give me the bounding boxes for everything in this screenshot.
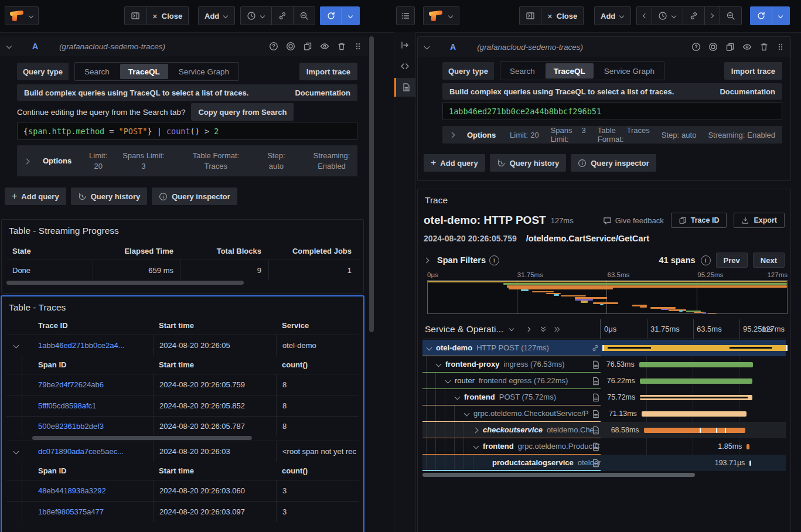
time-shift-forward-button[interactable] [704, 7, 720, 25]
share-link-button-right[interactable] [683, 7, 704, 25]
span-row[interactable]: 1b8ef9805375a477 2024-08-20 20:26:03.097… [6, 501, 359, 522]
span-row-frontend-product[interactable]: frontend grpc.oteldemo.ProductC 1.85ms [422, 438, 786, 455]
span-row[interactable]: 5fff05cd8598afc1 2024-08-20 20:26:05.852… [6, 395, 359, 416]
datasource-button-right[interactable] [424, 7, 459, 25]
drag-handle-icon[interactable] [776, 42, 785, 52]
service-operation-header[interactable]: Service & Operati... [422, 319, 601, 339]
refresh-interval-button-left[interactable] [342, 7, 359, 25]
double-chevron-right-icon[interactable] [553, 325, 561, 333]
chevron-down-icon[interactable] [435, 361, 442, 368]
outline-query-button[interactable] [394, 57, 415, 76]
query-row-header[interactable]: A (grafanacloud-sedemo-traces) [0, 36, 368, 56]
trace-id-button[interactable]: Trace ID [671, 213, 727, 228]
next-button[interactable]: Next [753, 253, 785, 268]
drag-handle-icon[interactable] [354, 42, 362, 51]
column-header[interactable]: State [6, 242, 93, 260]
chevron-down-icon[interactable] [426, 345, 433, 352]
query-inspector-button[interactable]: Query inspector [152, 187, 237, 205]
documentation-link[interactable]: Documentation [295, 88, 350, 97]
span-row-router[interactable]: router frontend egress (76.22ms) 76.22ms [422, 373, 786, 389]
export-button[interactable]: Export [734, 213, 785, 228]
horizontal-scrollbar[interactable] [32, 435, 359, 441]
span-filters-label[interactable]: Span Filters [437, 255, 486, 265]
move-pane-button-left[interactable] [125, 7, 146, 25]
logs-icon[interactable] [592, 393, 599, 402]
help-icon[interactable] [269, 42, 278, 51]
time-shift-back-button[interactable] [637, 7, 652, 25]
logs-icon[interactable] [592, 377, 599, 386]
column-header[interactable]: Start time [153, 356, 276, 374]
chevron-down-icon[interactable] [13, 342, 20, 349]
chevron-down-icon[interactable] [454, 394, 461, 401]
give-feedback-link[interactable]: Give feedback [603, 216, 664, 225]
chevron-down-icon[interactable] [445, 377, 452, 384]
column-header[interactable]: Span ID [32, 462, 153, 480]
span-row-checkout-client[interactable]: grpc.oteldemo.CheckoutService/P 71.13ms [422, 405, 786, 422]
add-button-right[interactable]: Add [595, 7, 630, 25]
content-outline-button[interactable] [397, 7, 414, 25]
span-bar[interactable] [602, 345, 788, 351]
span-id-link[interactable]: 500e82361bb2def3 [32, 417, 153, 435]
span-id-link[interactable]: 5fff05cd8598afc1 [32, 395, 153, 416]
trace-id-query-code[interactable]: 1abb46ed271bb0ce2a44b8bbcf296b51 [442, 102, 782, 120]
column-header[interactable]: count() [276, 356, 359, 374]
collapse-chevron-icon[interactable] [424, 43, 431, 50]
add-query-button[interactable]: +Add query [424, 154, 485, 172]
refresh-interval-button-right[interactable] [772, 7, 789, 25]
move-pane-button-right[interactable] [520, 7, 541, 25]
chevron-down-icon[interactable] [463, 410, 471, 417]
logs-icon[interactable] [592, 459, 599, 468]
column-header[interactable]: Span ID [32, 356, 153, 374]
column-header[interactable]: count() [276, 462, 359, 480]
tab-traceql[interactable]: TraceQL [546, 63, 594, 79]
span-row-frontend-proxy[interactable]: frontend-proxy ingress (76.53ms) 76.53ms [422, 356, 786, 373]
zoom-out-button-left[interactable] [293, 7, 315, 25]
trace-id-link[interactable]: 1abb46ed271bb0ce2a4... [32, 335, 153, 356]
trash-icon[interactable] [759, 42, 769, 52]
copy-query-icon[interactable] [303, 42, 312, 51]
disable-query-icon[interactable] [708, 42, 718, 52]
share-link-button-left[interactable] [271, 7, 293, 25]
link-icon[interactable] [591, 344, 599, 352]
column-header[interactable]: Start time [153, 316, 276, 335]
double-chevron-down-icon[interactable] [539, 325, 547, 333]
span-row[interactable]: 79be2d4f72624ab6 2024-08-20 20:26:05.759… [6, 374, 359, 395]
span-bar[interactable]: 1.85ms [747, 444, 749, 449]
copy-query-icon[interactable] [725, 42, 735, 52]
span-row[interactable]: 500e82361bb2def3 2024-08-20 20:26:05.787… [6, 416, 359, 435]
logs-icon[interactable] [592, 426, 599, 435]
column-header[interactable]: Completed Jobs [268, 242, 359, 260]
span-row[interactable]: 48eb4418938a3292 2024-08-20 20:26:03.060… [6, 480, 359, 501]
trace-id-link[interactable]: dc071890ada7cee5aec... [32, 441, 153, 462]
tab-search[interactable]: Search [500, 62, 544, 80]
query-inspector-button[interactable]: Query inspector [571, 154, 656, 172]
add-query-button[interactable]: +Add query [5, 187, 66, 205]
tab-search[interactable]: Search [75, 63, 119, 80]
query-history-button[interactable]: Query history [490, 154, 567, 172]
span-row-frontend[interactable]: frontend POST (75.72ms) 75.72ms [422, 389, 786, 405]
span-row-otel-demo[interactable]: otel-demo HTTP POST (127ms) [422, 340, 786, 356]
span-bar[interactable]: 71.13ms [642, 411, 747, 417]
import-trace-button[interactable]: Import trace [724, 62, 782, 80]
help-icon[interactable] [691, 42, 701, 52]
query-row-header[interactable]: A (grafanacloud-sedemo-traces) [418, 37, 790, 57]
chevron-down-icon[interactable] [473, 443, 480, 450]
datasource-button-left[interactable] [5, 7, 39, 25]
span-bar[interactable]: 75.72ms [640, 395, 752, 400]
logs-icon[interactable] [592, 410, 599, 418]
span-row-checkoutservice[interactable]: checkoutservice oteldemo.Che 68.58ms [422, 422, 786, 438]
close-pane-button-right[interactable]: × Close [541, 7, 583, 25]
refresh-button-right[interactable] [751, 7, 772, 25]
horizontal-scrollbar[interactable] [422, 473, 786, 477]
tab-service-graph[interactable]: Service Graph [595, 62, 664, 80]
outline-trace-button[interactable] [394, 78, 415, 97]
chevron-down-icon[interactable] [13, 448, 20, 455]
expand-outline-button[interactable] [394, 36, 415, 54]
horizontal-scrollbar[interactable] [6, 280, 359, 285]
span-bar[interactable]: 76.22ms [640, 378, 753, 384]
chevron-right-icon[interactable] [473, 427, 480, 434]
disable-query-icon[interactable] [286, 42, 295, 51]
query-options-bar-left[interactable]: Options Limit:20 Spans Limit:3 Table For… [17, 145, 357, 176]
import-trace-button[interactable]: Import trace [299, 63, 357, 80]
close-pane-button-left[interactable]: × Close [146, 7, 188, 25]
